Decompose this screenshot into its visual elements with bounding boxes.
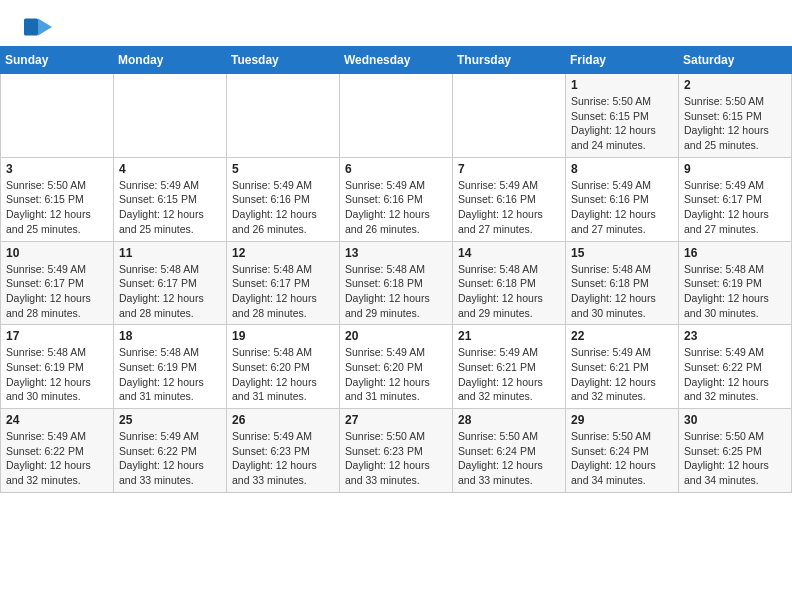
day-info: Sunrise: 5:49 AM Sunset: 6:20 PM Dayligh…: [345, 345, 447, 404]
day-cell: 1Sunrise: 5:50 AM Sunset: 6:15 PM Daylig…: [566, 74, 679, 158]
day-info: Sunrise: 5:49 AM Sunset: 6:16 PM Dayligh…: [571, 178, 673, 237]
day-number: 7: [458, 162, 560, 176]
calendar-table: SundayMondayTuesdayWednesdayThursdayFrid…: [0, 46, 792, 493]
day-number: 16: [684, 246, 786, 260]
day-cell: 26Sunrise: 5:49 AM Sunset: 6:23 PM Dayli…: [227, 409, 340, 493]
day-cell: 3Sunrise: 5:50 AM Sunset: 6:15 PM Daylig…: [1, 157, 114, 241]
day-number: 26: [232, 413, 334, 427]
day-cell: 12Sunrise: 5:48 AM Sunset: 6:17 PM Dayli…: [227, 241, 340, 325]
day-number: 1: [571, 78, 673, 92]
day-info: Sunrise: 5:49 AM Sunset: 6:15 PM Dayligh…: [119, 178, 221, 237]
day-info: Sunrise: 5:49 AM Sunset: 6:16 PM Dayligh…: [232, 178, 334, 237]
day-info: Sunrise: 5:48 AM Sunset: 6:18 PM Dayligh…: [345, 262, 447, 321]
day-info: Sunrise: 5:50 AM Sunset: 6:15 PM Dayligh…: [571, 94, 673, 153]
day-info: Sunrise: 5:48 AM Sunset: 6:17 PM Dayligh…: [232, 262, 334, 321]
day-number: 30: [684, 413, 786, 427]
day-info: Sunrise: 5:48 AM Sunset: 6:19 PM Dayligh…: [119, 345, 221, 404]
day-number: 25: [119, 413, 221, 427]
day-number: 4: [119, 162, 221, 176]
weekday-header-row: SundayMondayTuesdayWednesdayThursdayFrid…: [1, 47, 792, 74]
day-cell: 10Sunrise: 5:49 AM Sunset: 6:17 PM Dayli…: [1, 241, 114, 325]
day-cell: 17Sunrise: 5:48 AM Sunset: 6:19 PM Dayli…: [1, 325, 114, 409]
day-number: 24: [6, 413, 108, 427]
day-cell: [114, 74, 227, 158]
week-row-4: 17Sunrise: 5:48 AM Sunset: 6:19 PM Dayli…: [1, 325, 792, 409]
day-number: 21: [458, 329, 560, 343]
svg-rect-0: [24, 18, 38, 35]
day-info: Sunrise: 5:48 AM Sunset: 6:19 PM Dayligh…: [684, 262, 786, 321]
day-number: 19: [232, 329, 334, 343]
day-number: 13: [345, 246, 447, 260]
day-info: Sunrise: 5:48 AM Sunset: 6:18 PM Dayligh…: [571, 262, 673, 321]
day-cell: 18Sunrise: 5:48 AM Sunset: 6:19 PM Dayli…: [114, 325, 227, 409]
day-cell: 8Sunrise: 5:49 AM Sunset: 6:16 PM Daylig…: [566, 157, 679, 241]
day-info: Sunrise: 5:50 AM Sunset: 6:25 PM Dayligh…: [684, 429, 786, 488]
weekday-monday: Monday: [114, 47, 227, 74]
day-info: Sunrise: 5:49 AM Sunset: 6:16 PM Dayligh…: [458, 178, 560, 237]
day-number: 27: [345, 413, 447, 427]
weekday-tuesday: Tuesday: [227, 47, 340, 74]
day-number: 28: [458, 413, 560, 427]
day-info: Sunrise: 5:49 AM Sunset: 6:17 PM Dayligh…: [6, 262, 108, 321]
calendar-body: 1Sunrise: 5:50 AM Sunset: 6:15 PM Daylig…: [1, 74, 792, 493]
day-cell: 29Sunrise: 5:50 AM Sunset: 6:24 PM Dayli…: [566, 409, 679, 493]
day-number: 11: [119, 246, 221, 260]
day-info: Sunrise: 5:49 AM Sunset: 6:17 PM Dayligh…: [684, 178, 786, 237]
day-cell: 24Sunrise: 5:49 AM Sunset: 6:22 PM Dayli…: [1, 409, 114, 493]
day-number: 15: [571, 246, 673, 260]
day-cell: 2Sunrise: 5:50 AM Sunset: 6:15 PM Daylig…: [679, 74, 792, 158]
day-cell: [227, 74, 340, 158]
weekday-thursday: Thursday: [453, 47, 566, 74]
day-cell: 13Sunrise: 5:48 AM Sunset: 6:18 PM Dayli…: [340, 241, 453, 325]
day-cell: 15Sunrise: 5:48 AM Sunset: 6:18 PM Dayli…: [566, 241, 679, 325]
day-cell: 6Sunrise: 5:49 AM Sunset: 6:16 PM Daylig…: [340, 157, 453, 241]
week-row-2: 3Sunrise: 5:50 AM Sunset: 6:15 PM Daylig…: [1, 157, 792, 241]
day-number: 23: [684, 329, 786, 343]
day-number: 6: [345, 162, 447, 176]
logo: [24, 18, 52, 36]
day-info: Sunrise: 5:49 AM Sunset: 6:21 PM Dayligh…: [458, 345, 560, 404]
day-info: Sunrise: 5:48 AM Sunset: 6:19 PM Dayligh…: [6, 345, 108, 404]
day-cell: 23Sunrise: 5:49 AM Sunset: 6:22 PM Dayli…: [679, 325, 792, 409]
day-info: Sunrise: 5:50 AM Sunset: 6:15 PM Dayligh…: [6, 178, 108, 237]
day-info: Sunrise: 5:49 AM Sunset: 6:22 PM Dayligh…: [6, 429, 108, 488]
day-number: 12: [232, 246, 334, 260]
day-number: 8: [571, 162, 673, 176]
day-number: 5: [232, 162, 334, 176]
day-cell: 27Sunrise: 5:50 AM Sunset: 6:23 PM Dayli…: [340, 409, 453, 493]
day-number: 2: [684, 78, 786, 92]
day-info: Sunrise: 5:49 AM Sunset: 6:21 PM Dayligh…: [571, 345, 673, 404]
svg-marker-1: [38, 18, 52, 35]
day-cell: 28Sunrise: 5:50 AM Sunset: 6:24 PM Dayli…: [453, 409, 566, 493]
day-info: Sunrise: 5:49 AM Sunset: 6:22 PM Dayligh…: [684, 345, 786, 404]
day-cell: 7Sunrise: 5:49 AM Sunset: 6:16 PM Daylig…: [453, 157, 566, 241]
day-info: Sunrise: 5:48 AM Sunset: 6:18 PM Dayligh…: [458, 262, 560, 321]
day-info: Sunrise: 5:49 AM Sunset: 6:23 PM Dayligh…: [232, 429, 334, 488]
day-info: Sunrise: 5:49 AM Sunset: 6:16 PM Dayligh…: [345, 178, 447, 237]
weekday-sunday: Sunday: [1, 47, 114, 74]
day-info: Sunrise: 5:48 AM Sunset: 6:17 PM Dayligh…: [119, 262, 221, 321]
day-number: 18: [119, 329, 221, 343]
day-cell: 25Sunrise: 5:49 AM Sunset: 6:22 PM Dayli…: [114, 409, 227, 493]
day-cell: 11Sunrise: 5:48 AM Sunset: 6:17 PM Dayli…: [114, 241, 227, 325]
day-info: Sunrise: 5:50 AM Sunset: 6:23 PM Dayligh…: [345, 429, 447, 488]
day-number: 3: [6, 162, 108, 176]
day-cell: 20Sunrise: 5:49 AM Sunset: 6:20 PM Dayli…: [340, 325, 453, 409]
day-number: 20: [345, 329, 447, 343]
day-number: 17: [6, 329, 108, 343]
day-cell: 9Sunrise: 5:49 AM Sunset: 6:17 PM Daylig…: [679, 157, 792, 241]
day-info: Sunrise: 5:50 AM Sunset: 6:15 PM Dayligh…: [684, 94, 786, 153]
day-number: 9: [684, 162, 786, 176]
day-cell: 4Sunrise: 5:49 AM Sunset: 6:15 PM Daylig…: [114, 157, 227, 241]
week-row-1: 1Sunrise: 5:50 AM Sunset: 6:15 PM Daylig…: [1, 74, 792, 158]
day-number: 10: [6, 246, 108, 260]
weekday-friday: Friday: [566, 47, 679, 74]
day-cell: 14Sunrise: 5:48 AM Sunset: 6:18 PM Dayli…: [453, 241, 566, 325]
day-cell: [340, 74, 453, 158]
week-row-5: 24Sunrise: 5:49 AM Sunset: 6:22 PM Dayli…: [1, 409, 792, 493]
day-cell: 19Sunrise: 5:48 AM Sunset: 6:20 PM Dayli…: [227, 325, 340, 409]
day-cell: 30Sunrise: 5:50 AM Sunset: 6:25 PM Dayli…: [679, 409, 792, 493]
day-cell: 5Sunrise: 5:49 AM Sunset: 6:16 PM Daylig…: [227, 157, 340, 241]
day-info: Sunrise: 5:50 AM Sunset: 6:24 PM Dayligh…: [458, 429, 560, 488]
day-cell: 21Sunrise: 5:49 AM Sunset: 6:21 PM Dayli…: [453, 325, 566, 409]
